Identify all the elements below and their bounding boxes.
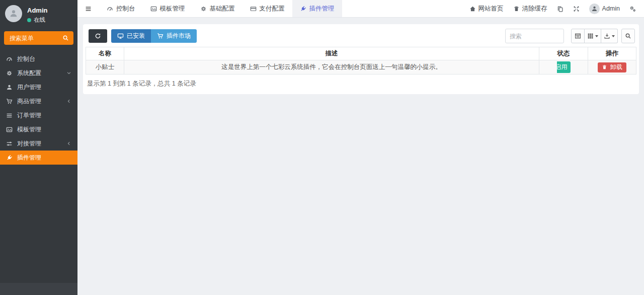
export-button[interactable]: [601, 29, 618, 43]
plugin-description-cell: 这是世界上第一个七彩云系统插件，它会在控制台页面送上一句温馨的小提示。: [124, 60, 539, 75]
sidebar-item-templates[interactable]: 模板管理: [0, 122, 77, 136]
image-icon: [150, 6, 157, 12]
sidebar-item-label: 订单管理: [17, 111, 41, 120]
status-badge-clip: 已启用: [557, 61, 571, 73]
refresh-icon: [95, 33, 101, 39]
gear-icon: [200, 6, 207, 12]
sidebar-toggle-button[interactable]: [77, 0, 99, 17]
topbar-tabs: 控制台 模板管理 基础配置 支付配置 插件管理: [99, 0, 342, 17]
sidebar-menu-search[interactable]: [4, 31, 73, 45]
cogs-icon: [629, 6, 636, 12]
plugin-market-button[interactable]: 插件市场: [151, 29, 197, 43]
status-badge[interactable]: 已启用: [557, 61, 571, 73]
grid-icon: [587, 33, 594, 39]
fullscreen-icon: [573, 6, 580, 12]
table-search-input[interactable]: [505, 29, 564, 43]
plugin-status-cell: 已启用: [539, 60, 588, 75]
sidebar-item-orders[interactable]: 订单管理: [0, 108, 77, 122]
export-icon: [604, 33, 610, 39]
menu-search-input[interactable]: [9, 34, 59, 42]
settings-button[interactable]: [629, 6, 636, 12]
sidebar-item-users[interactable]: 用户管理: [0, 80, 77, 94]
sidebar-item-label: 用户管理: [17, 83, 41, 92]
tab-dashboard[interactable]: 控制台: [99, 0, 143, 17]
plugin-action-cell: 卸载: [588, 60, 636, 75]
person-icon: [9, 9, 18, 18]
tab-label: 基础配置: [210, 5, 235, 13]
sidebar-item-plugins[interactable]: 插件管理: [0, 151, 77, 165]
plugin-table: 名称 描述 状态 操作 小贴士 这是世界上第一个七彩云系统插件，它会在控制台页面…: [86, 47, 636, 75]
user-avatar[interactable]: [5, 5, 22, 22]
plug-icon: [6, 155, 13, 161]
search-icon[interactable]: [62, 35, 69, 41]
dashboard-icon: [107, 6, 113, 12]
dashboard-icon: [6, 56, 13, 62]
online-status-label: 在线: [34, 16, 45, 24]
tab-templates[interactable]: 模板管理: [143, 0, 193, 17]
table-search-button[interactable]: [621, 29, 635, 43]
copy-button[interactable]: [557, 6, 564, 12]
admin-app: Admin 在线 控制台 系统配置 用户管理: [0, 0, 644, 295]
sidebar-item-integration[interactable]: 对接管理: [0, 136, 77, 151]
clipboard-icon: [557, 6, 564, 12]
plugin-panel: 已安装 插件市场: [83, 24, 639, 94]
tab-label: 模板管理: [160, 5, 185, 13]
table-controls: [505, 29, 635, 43]
list-icon: [6, 112, 13, 119]
sliders-icon: [6, 140, 13, 147]
tab-label: 控制台: [116, 5, 135, 13]
trash-icon: [602, 64, 607, 70]
tab-label: 支付配置: [260, 5, 285, 13]
tab-plugins[interactable]: 插件管理: [292, 0, 342, 17]
sidebar-user-name: Admin: [27, 7, 47, 14]
gear-icon: [6, 70, 13, 77]
columns-button[interactable]: [585, 29, 601, 43]
search-icon: [625, 33, 631, 39]
column-header-name[interactable]: 名称: [86, 47, 124, 60]
uninstall-label: 卸载: [610, 63, 622, 71]
online-status-dot: [27, 18, 31, 22]
clear-cache-button[interactable]: 清除缓存: [513, 5, 547, 13]
fullscreen-button[interactable]: [573, 6, 580, 12]
uninstall-button[interactable]: 卸载: [598, 62, 626, 72]
credit-card-icon: [250, 6, 257, 12]
topbar-avatar: [589, 4, 600, 14]
user-icon: [6, 84, 13, 91]
column-header-description[interactable]: 描述: [124, 47, 539, 60]
toggle-view-button[interactable]: [571, 29, 585, 43]
topbar-right: 网站首页 清除缓存 Admin: [469, 0, 644, 17]
sidebar-item-goods[interactable]: 商品管理: [0, 94, 77, 108]
sidebar-item-label: 商品管理: [17, 97, 41, 106]
column-header-status[interactable]: 状态: [539, 47, 588, 60]
table-header-row: 名称 描述 状态 操作: [86, 47, 636, 60]
cart-icon: [6, 98, 13, 105]
plug-icon: [300, 6, 306, 12]
sidebar-item-dashboard[interactable]: 控制台: [0, 52, 77, 66]
sidebar-user-panel: Admin 在线: [0, 0, 77, 27]
chevron-left-icon: [66, 99, 71, 104]
user-menu[interactable]: Admin: [589, 4, 620, 14]
chevron-down-icon: [66, 70, 71, 76]
sidebar-item-label: 控制台: [17, 55, 35, 63]
sidebar-item-label: 对接管理: [17, 139, 41, 148]
sidebar-item-label: 插件管理: [17, 154, 41, 162]
image-icon: [6, 126, 13, 133]
refresh-button[interactable]: [89, 29, 107, 43]
plugin-name-cell: 小贴士: [86, 60, 124, 75]
hamburger-icon: [85, 6, 92, 12]
sidebar-user-status: 在线: [27, 16, 47, 24]
plugin-view-switch: 已安装 插件市场: [111, 29, 197, 43]
sidebar-item-system-config[interactable]: 系统配置: [0, 66, 77, 80]
sidebar-menu: 控制台 系统配置 用户管理 商品管理 订单管理 模板管: [0, 52, 77, 165]
clear-cache-label: 清除缓存: [522, 5, 547, 13]
plugin-toolbar: 已安装 插件市场: [86, 24, 636, 47]
site-home-label: 网站首页: [478, 5, 504, 13]
column-header-action[interactable]: 操作: [588, 47, 636, 60]
site-home-link[interactable]: 网站首页: [469, 5, 504, 13]
tab-basic-config[interactable]: 基础配置: [193, 0, 243, 17]
tab-payment-config[interactable]: 支付配置: [243, 0, 292, 17]
sidebar: Admin 在线 控制台 系统配置 用户管理: [0, 0, 77, 295]
sidebar-item-label: 系统配置: [17, 69, 41, 78]
caret-down-icon: [612, 35, 615, 37]
installed-button[interactable]: 已安装: [111, 29, 151, 43]
